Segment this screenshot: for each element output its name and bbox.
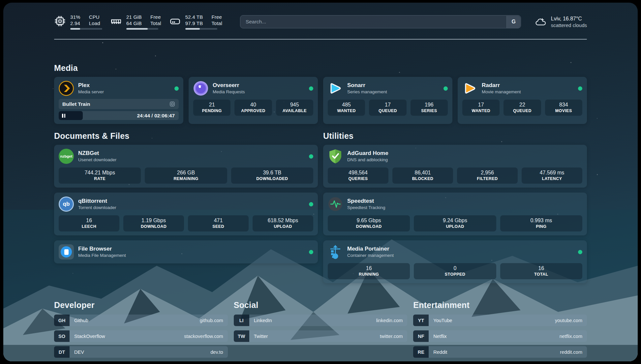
app-name: NZBGet [78, 150, 305, 157]
link-tag: GH [54, 315, 70, 326]
card-overseerr[interactable]: Overseerr Media Requests 21 PENDING 40 A… [189, 77, 318, 124]
stat-label: WANTED [329, 108, 364, 114]
stat-label: LATENCY [523, 176, 581, 182]
app-name: Speedtest [347, 197, 582, 205]
app-name: File Browser [78, 245, 305, 253]
stat-tile: 945 AVAILABLE [276, 100, 313, 116]
nzbget-icon: nzbget [59, 149, 74, 164]
stat-value: 1.19 Gbps [125, 217, 183, 224]
stat-tile: 834 MOVIES [545, 100, 582, 116]
stat-value: 17 [464, 102, 498, 108]
link-stackoverflow[interactable]: SO StackOverflow stackoverflow.com [54, 330, 228, 342]
link-netflix[interactable]: NF Netflix netflix.com [413, 330, 587, 342]
session-screenshot-icon[interactable] [169, 101, 175, 107]
card-plex[interactable]: Plex Media server Bullet Train [54, 77, 183, 124]
link-github[interactable]: GH Github github.com [54, 315, 228, 326]
stat-tile: 266 GB REMAINING [145, 167, 227, 184]
card-speedtest[interactable]: Speedtest Speedtest Tracking 9.65 Gbps D… [323, 193, 587, 235]
stat-tile: 21 PENDING [193, 100, 230, 116]
link-linkedin[interactable]: LI LinkedIn linkedin.com [234, 315, 408, 326]
dashboard-screen: 31% 2.94 CPU Load [3, 3, 638, 361]
stat-value: 618.52 Mbps [254, 217, 312, 224]
sonarr-icon [328, 81, 343, 96]
card-sonarr[interactable]: Sonarr Series management 485 WANTED 17 Q… [323, 77, 452, 124]
stat-value: 39.6 TB [232, 169, 312, 176]
stat-value: 47.569 ms [523, 169, 581, 176]
stat-label: FILTERED [458, 176, 516, 182]
portainer-icon [328, 244, 343, 259]
stat-tile: 22 QUEUED [504, 100, 541, 116]
stat-label: APPROVED [236, 108, 270, 114]
card-qbittorrent[interactable]: qb qBittorrent Torrent downloader [54, 193, 318, 235]
section-title-documents: Documents & Files [54, 131, 318, 141]
stat-label: BLOCKED [394, 176, 452, 182]
snow-flakes-small [53, 88, 53, 89]
stat-tile: 1.19 Gbps DOWNLOAD [123, 215, 184, 231]
link-dev[interactable]: DT DEV dev.to [54, 346, 228, 358]
status-online-dot [578, 86, 582, 91]
app-desc: DNS and adblocking [347, 157, 582, 163]
link-name: DEV [74, 349, 84, 355]
app-desc: Media Requests [213, 89, 305, 95]
card-filebrowser[interactable]: File Browser Media File Management [54, 240, 318, 263]
search-input[interactable] [240, 15, 521, 28]
app-name: qBittorrent [78, 197, 305, 205]
link-url: reddit.com [560, 349, 582, 355]
playback-time: 24:44 / 02:06:47 [137, 113, 179, 119]
stat-value: 0 [415, 265, 495, 272]
link-tag: RE [413, 346, 429, 358]
section-title-entertainment: Entertainment [413, 300, 587, 310]
developer-column: Developer GH Github github.com SO [54, 300, 228, 358]
link-tag: TW [234, 330, 249, 342]
weather-location-temp: Lviv, 16.87°C [551, 15, 587, 22]
link-twitter[interactable]: TW Twitter twitter.com [234, 330, 408, 342]
memory-total-label: Total [150, 20, 161, 26]
search-bar: G [240, 15, 521, 28]
section-title-developer: Developer [54, 300, 228, 310]
card-portainer[interactable]: Media Portainer Container management 16 … [323, 240, 587, 283]
status-online-dot [309, 154, 313, 159]
link-url: linkedin.com [376, 318, 403, 323]
memory-total-value: 64 GiB [126, 20, 142, 26]
app-name: Media Portainer [347, 245, 574, 253]
link-reddit[interactable]: RE Reddit reddit.com [413, 346, 587, 358]
now-playing-title: Bullet Train [62, 101, 169, 107]
stat-label: RATE [60, 176, 139, 182]
app-name: Plex [78, 82, 170, 89]
media-grid: Plex Media server Bullet Train [54, 77, 587, 124]
stat-value: 9.24 Gbps [415, 217, 495, 224]
ram-icon [110, 15, 122, 27]
status-online-dot [174, 86, 179, 91]
search-engine-button[interactable]: G [506, 16, 520, 28]
link-url: twitter.com [380, 334, 403, 339]
card-adguard[interactable]: AdGuard Home DNS and adblocking 498,564 … [323, 145, 587, 188]
stat-label: REMAINING [146, 176, 226, 182]
stat-label: MOVIES [546, 108, 581, 114]
stat-label: DOWNLOADED [232, 176, 312, 182]
link-youtube[interactable]: YT YouTube youtube.com [413, 315, 587, 326]
status-online-dot [443, 86, 448, 91]
stat-value: 196 [412, 102, 446, 108]
app-desc: Container management [347, 253, 574, 258]
app-desc: Usenet downloader [78, 157, 305, 163]
disk-total-label: Total [211, 20, 222, 26]
stat-value: 485 [329, 102, 364, 108]
stat-value: 2,956 [458, 169, 516, 176]
stat-label: RUNNING [329, 272, 409, 277]
stat-tile: 86,401 BLOCKED [392, 167, 453, 184]
stat-label: PENDING [195, 108, 229, 114]
link-name: LinkedIn [254, 318, 272, 323]
memory-stat-group: 21 GiB 64 GiB Free Total [110, 14, 161, 30]
overseerr-icon [193, 81, 208, 96]
card-radarr[interactable]: Radarr Movie management 17 WANTED 22 QUE… [458, 77, 587, 124]
stat-tile: 16 TOTAL [500, 263, 582, 279]
stat-value: 834 [546, 102, 581, 108]
stat-value: 9.65 Gbps [329, 217, 409, 224]
card-nzbget[interactable]: nzbget NZBGet Usenet downloader [54, 145, 318, 188]
stat-tile: 471 SEED [188, 215, 249, 231]
playback-progress-bar: 24:44 / 02:06:47 [59, 111, 179, 120]
stat-label: QUERIES [329, 176, 387, 182]
stat-tile: 40 APPROVED [234, 100, 272, 116]
app-desc: Series management [347, 89, 439, 95]
stat-tile: 16 RUNNING [328, 263, 410, 279]
